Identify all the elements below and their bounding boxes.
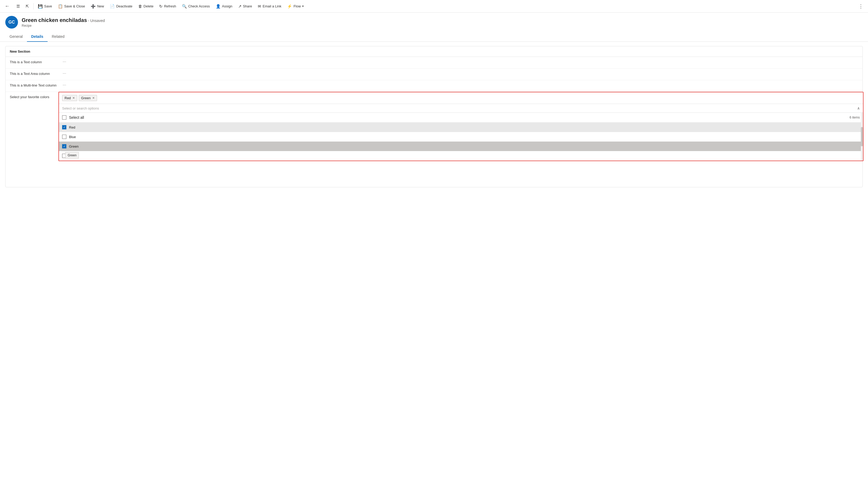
save-icon: 💾 — [38, 4, 43, 9]
option-green-checkbox[interactable] — [62, 144, 66, 148]
dropdown-header-row: Select all 6 items — [59, 113, 863, 122]
flow-button[interactable]: ⚡ Flow ▾ — [284, 2, 306, 10]
option-yellow-checkbox[interactable] — [62, 154, 66, 158]
selected-tags-area: Red ✕ Green ✕ — [59, 92, 863, 104]
separator-1 — [33, 3, 34, 9]
record-header: GC Green chicken enchiladas - Unsaved Re… — [0, 13, 868, 32]
select-all-checkbox[interactable] — [62, 115, 66, 120]
field-value-textarea[interactable]: --- — [63, 71, 66, 75]
record-unsaved-label: - Unsaved — [88, 19, 105, 23]
option-yellow[interactable]: Yellow — [59, 151, 863, 160]
flow-icon: ⚡ — [287, 4, 292, 9]
save-close-button[interactable]: 📋 Save & Close — [55, 2, 88, 10]
dropdown-list: Select all 6 items Red Blue Gree — [59, 113, 863, 160]
share-icon: ↗ — [238, 4, 242, 9]
option-blue-checkbox[interactable] — [62, 135, 66, 139]
select-all-label: Select all — [69, 115, 84, 120]
email-link-icon: ✉ — [258, 4, 261, 9]
record-title-row: Green chicken enchiladas - Unsaved — [22, 17, 105, 23]
option-blue-label: Blue — [69, 135, 76, 139]
field-label-text: This is a Text column — [10, 60, 63, 64]
form-view-button[interactable]: ☰ — [14, 2, 23, 10]
share-button[interactable]: ↗ Share — [236, 2, 255, 10]
delete-icon: 🗑 — [138, 4, 142, 8]
field-row-multiline: This is a Multi-line Text column --- — [5, 80, 863, 92]
avatar: GC — [5, 16, 18, 29]
new-icon: ➕ — [91, 4, 96, 9]
check-access-icon: 🔍 — [182, 4, 187, 9]
more-button[interactable]: ⋮ — [856, 2, 866, 11]
back-icon: ← — [5, 3, 9, 9]
email-link-button[interactable]: ✉ Email a Link — [255, 2, 284, 10]
option-yellow-label: Yellow — [69, 154, 79, 158]
back-button[interactable]: ← — [2, 2, 13, 10]
deactivate-icon: 📄 — [110, 4, 115, 9]
field-label-textarea: This is a Text Area column — [10, 71, 63, 76]
tag-red: Red ✕ — [62, 95, 77, 101]
new-section: New Section This is a Text column --- Th… — [5, 46, 863, 187]
option-green-label: Green — [69, 145, 79, 148]
field-row-multiselect: Select your favorite colors Red ✕ Green … — [5, 92, 863, 187]
tab-related[interactable]: Related — [48, 32, 69, 42]
option-red[interactable]: Red — [59, 122, 863, 132]
dropdown-chevron-icon[interactable]: ∧ — [857, 106, 860, 110]
delete-button[interactable]: 🗑 Delete — [136, 2, 156, 10]
tab-details[interactable]: Details — [27, 32, 48, 42]
tag-red-label: Red — [64, 96, 71, 100]
form-icon: ☰ — [17, 4, 20, 9]
popup-icon: ⇱ — [26, 4, 29, 9]
save-button[interactable]: 💾 Save — [35, 2, 55, 10]
option-red-checkbox[interactable] — [62, 125, 66, 129]
field-label-multiline: This is a Multi-line Text column — [10, 83, 63, 87]
more-icon: ⋮ — [859, 3, 863, 9]
assign-icon: 👤 — [216, 4, 221, 9]
deactivate-button[interactable]: 📄 Deactivate — [107, 2, 135, 10]
flow-chevron-icon: ▾ — [302, 4, 304, 8]
field-value-text[interactable]: --- — [63, 60, 66, 63]
field-row-textarea: This is a Text Area column --- — [5, 68, 863, 80]
tag-red-remove[interactable]: ✕ — [72, 96, 75, 100]
record-title-block: Green chicken enchiladas - Unsaved Recip… — [22, 17, 105, 28]
scrollbar-thumb[interactable] — [861, 127, 863, 146]
refresh-button[interactable]: ↻ Refresh — [157, 2, 179, 10]
field-label-multiselect: Select your favorite colors — [10, 94, 63, 99]
multiselect-dropdown: Red ✕ Green ✕ Select or search options ∧ — [58, 92, 864, 161]
dropdown-search-row: Select or search options ∧ — [59, 104, 863, 113]
items-count: 6 items — [849, 116, 860, 119]
select-all-row[interactable]: Select all — [62, 115, 84, 120]
record-title: Green chicken enchiladas — [22, 17, 87, 23]
refresh-icon: ↻ — [159, 4, 163, 9]
option-red-label: Red — [69, 125, 75, 129]
tag-green: Green ✕ — [79, 95, 97, 101]
field-value-multiline[interactable]: --- — [63, 83, 66, 87]
tab-general[interactable]: General — [5, 32, 27, 42]
section-title: New Section — [5, 46, 863, 57]
dropdown-search-placeholder[interactable]: Select or search options — [62, 106, 99, 110]
save-close-icon: 📋 — [58, 4, 63, 9]
check-access-button[interactable]: 🔍 Check Access — [179, 2, 213, 10]
record-type: Recipe — [22, 24, 105, 28]
popup-button[interactable]: ⇱ — [23, 2, 32, 10]
field-row-text: This is a Text column --- — [5, 57, 863, 68]
tag-green-remove[interactable]: ✕ — [92, 96, 95, 100]
new-button[interactable]: ➕ New — [88, 2, 106, 10]
toolbar: ← ☰ ⇱ 💾 Save 📋 Save & Close ➕ New 📄 Deac… — [0, 0, 868, 13]
scrollbar-track — [861, 113, 863, 160]
option-blue[interactable]: Blue — [59, 132, 863, 142]
assign-button[interactable]: 👤 Assign — [213, 2, 235, 10]
option-green[interactable]: Green Green — [59, 142, 863, 151]
tag-green-label: Green — [81, 96, 91, 100]
tabs: General Details Related — [0, 32, 868, 42]
